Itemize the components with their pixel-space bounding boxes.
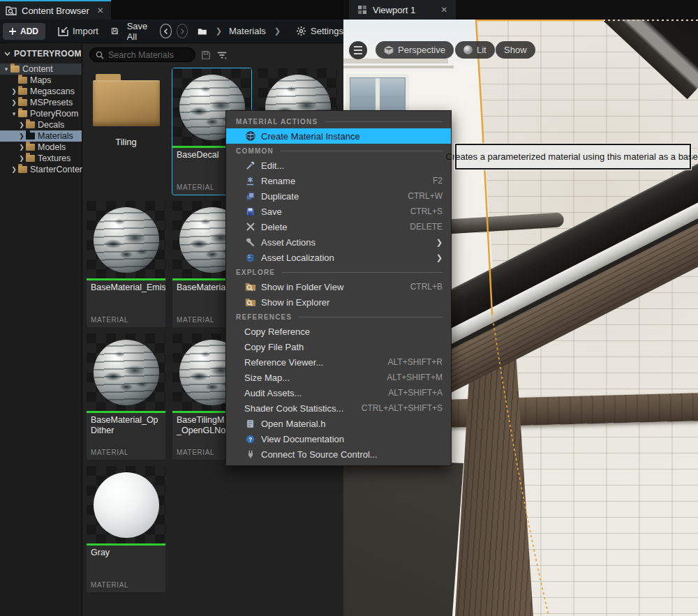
asset-folder-tiling[interactable]: Tiling [87,68,165,195]
asset-type-badge: MATERIAL [177,316,214,324]
asset-type-badge: MATERIAL [91,581,128,589]
chevron-right-icon[interactable]: ❯ [10,88,17,95]
asset-tile-basematerial_emis[interactable]: BaseMaterial_EmisMATERIAL [87,201,165,327]
chevron-right-icon[interactable]: ❯ [10,166,17,173]
tree-item-mspresets[interactable]: ❯MSPresets [0,97,82,108]
menu-item-label: Edit... [261,160,443,171]
close-icon[interactable]: ✕ [440,5,447,15]
material-sphere-preview [94,340,159,405]
lit-sphere-icon [463,45,473,54]
tab-content-browser[interactable]: Content Browser ✕ [0,0,111,20]
menu-item-show-in-folder-view[interactable]: Show in Folder ViewCTRL+B [226,279,451,294]
breadcrumb-folder-icon[interactable] [198,27,207,36]
doc-help-icon: ? [244,433,256,445]
asset-type-badge: MATERIAL [91,449,128,456]
tree-item-maps[interactable]: Maps [0,75,82,86]
menu-item-shortcut: ALT+SHIFT+A [388,388,443,398]
asset-tile-gray[interactable]: GrayMATERIAL [87,466,165,592]
plus-icon [8,27,17,36]
menu-item-view-documentation[interactable]: ?View Documentation [226,431,451,446]
menu-item-asset-actions[interactable]: Asset Actions❯ [226,234,451,250]
menu-item-asset-localization[interactable]: Asset Localization❯ [226,250,451,265]
tree-item-content[interactable]: ▾Content [0,63,82,75]
save-icon [111,26,119,36]
menu-item-shortcut: ALT+SHIFT+M [387,373,443,382]
menu-item-shortcut: F2 [433,176,443,186]
menu-item-rename[interactable]: RenameF2 [226,173,451,188]
show-button[interactable]: Show [496,41,535,59]
menu-item-label: Open Material.h [261,419,443,429]
chevron-right-icon[interactable]: ❯ [18,133,25,140]
chevron-down-icon[interactable]: ▾ [10,110,17,117]
menu-item-shader-cook-statistics[interactable]: Shader Cook Statistics...CTRL+ALT+SHIFT+… [226,400,451,416]
chevron-right-icon[interactable]: ❯ [10,99,17,106]
search-row [83,44,343,66]
cube-icon [384,45,394,55]
add-button[interactable]: ADD [3,23,45,40]
viewport-tab-title: Viewport 1 [373,5,415,15]
menu-item-delete[interactable]: DeleteDELETE [226,219,451,234]
menu-item-label: Save [261,206,402,217]
tab-title: Content Browser [22,6,89,16]
rename-icon [244,175,256,187]
chevron-down-icon[interactable]: ▾ [3,66,10,73]
menu-item-copy-file-path[interactable]: Copy File Path [226,339,451,354]
close-icon[interactable]: ✕ [97,6,104,15]
settings-button[interactable]: Settings [296,26,343,36]
tree-item-textures[interactable]: ❯Textures [0,153,82,164]
menu-section-material-actions: MATERIAL ACTIONS [226,114,451,128]
menu-item-reference-viewer[interactable]: Reference Viewer...ALT+SHIFT+R [226,354,451,370]
menu-item-open-material-h[interactable]: Open Material.h [226,416,451,431]
material-thumbnail [87,466,165,543]
plug-icon [244,449,256,460]
forward-button[interactable] [177,24,188,38]
tree-item-decals[interactable]: ❯Decals [0,119,82,130]
folder-icon [26,155,35,162]
menu-item-shortcut: CTRL+B [410,282,443,292]
perspective-button[interactable]: Perspective [376,41,454,59]
asset-type-badge: MATERIAL [91,316,128,324]
chevron-right-icon[interactable]: ❯ [18,121,25,128]
folder-tree: ▾ContentMaps❯Megascans❯MSPresets▾PoteryR… [0,63,82,175]
chevron-right-icon[interactable]: ❯ [18,155,25,162]
filter-icon[interactable] [216,50,228,60]
menu-item-save[interactable]: SaveCTRL+S [226,204,451,219]
folder-icon [18,99,27,106]
menu-item-duplicate[interactable]: DuplicateCTRL+W [226,188,451,204]
lit-button[interactable]: Lit [455,41,495,59]
save-all-button[interactable]: Save All [111,21,151,42]
menu-item-create-material-instance[interactable]: Create Material Instance [226,128,451,144]
menu-item-label: Duplicate [261,191,399,202]
tree-item-materials[interactable]: ❯Materials [0,130,82,142]
menu-item-connect-to-source-control[interactable]: Connect To Source Control... [226,446,451,462]
menu-item-size-map[interactable]: Size Map...ALT+SHIFT+M [226,370,451,385]
tab-viewport-1[interactable]: Viewport 1 ✕ [349,0,456,20]
menu-item-edit[interactable]: Edit... [226,158,451,173]
menu-item-audit-assets[interactable]: Audit Assets...ALT+SHIFT+A [226,385,451,400]
menu-item-show-in-explorer[interactable]: Show in Explorer [226,294,451,310]
save-search-icon[interactable] [201,50,211,60]
folder-icon [18,110,27,117]
sources-header[interactable]: POTTERYROOM [0,44,82,63]
tree-item-poteryroom[interactable]: ▾PoteryRoom [0,108,82,119]
context-menu: MATERIAL ACTIONSCreate Material Instance… [225,110,452,466]
menu-item-copy-reference[interactable]: Copy Reference [226,324,451,339]
viewport-menu-button[interactable] [349,41,367,59]
search-input[interactable] [108,50,185,60]
tree-item-starterconter[interactable]: ❯StarterConter [0,164,82,175]
search-box[interactable] [89,47,195,62]
asset-tile-basematerial_opdither[interactable]: BaseMaterial_OpDitherMATERIAL [87,333,165,460]
breadcrumb-separator: ❯ [216,27,222,36]
chevron-right-icon[interactable]: ❯ [18,144,25,151]
breadcrumb-materials[interactable]: Materials [229,26,266,36]
back-button[interactable] [160,24,171,38]
tree-item-label: Textures [38,153,70,163]
tree-item-megascans[interactable]: ❯Megascans [0,86,82,97]
tree-item-label: Decals [38,120,64,130]
menu-item-label: Asset Actions [261,237,428,248]
menu-item-label: Show in Explorer [261,297,443,308]
tree-item-models[interactable]: ❯Models [0,142,82,153]
content-browser-icon [6,6,17,15]
folder-icon [26,144,35,151]
import-button[interactable]: Import [58,26,98,36]
